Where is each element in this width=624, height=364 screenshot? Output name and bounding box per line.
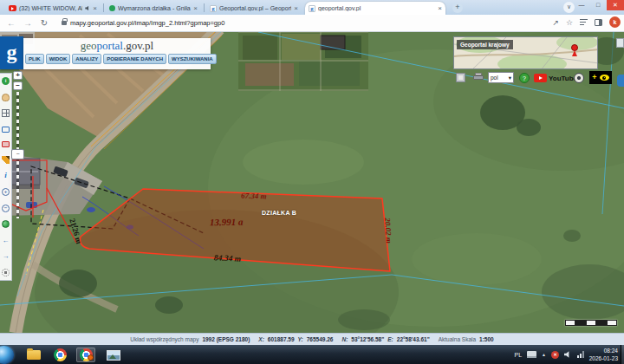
zoom-out-button[interactable]: − xyxy=(13,81,23,90)
start-button[interactable] xyxy=(0,346,14,364)
collapsed-panel-arrow[interactable] xyxy=(617,75,624,87)
tab-close-icon[interactable]: × xyxy=(93,4,97,12)
y-value: 765549.26 xyxy=(307,336,334,342)
taskbar-chrome-active-button[interactable] xyxy=(76,348,95,362)
action-center-alert-icon[interactable]: ✕ xyxy=(551,351,559,359)
tab-youtube[interactable]: (32) WHITE WIDOW, Aleshe × xyxy=(5,2,101,15)
map-window-red-icon[interactable] xyxy=(2,141,10,147)
info-icon[interactable]: i xyxy=(2,77,10,85)
url-text[interactable]: mapy.geoportal.gov.pl/imap/Imgp_2.html?g… xyxy=(70,19,224,27)
menu-widok[interactable]: WIDOK xyxy=(46,54,71,64)
window-maximize-button[interactable]: □ xyxy=(590,0,606,10)
geoportal-logo[interactable]: g xyxy=(0,36,23,69)
map-statusbar: Układ współrzędnych mapy 1992 (EPSG 2180… xyxy=(0,333,624,345)
zoom-slider-handle[interactable]: − xyxy=(11,149,24,159)
font-size-plus-icon[interactable]: + xyxy=(592,72,596,83)
zoom-in-lens-icon[interactable]: + xyxy=(2,188,10,196)
parcel-area-label: 13.991 a xyxy=(210,217,244,228)
browser-tabbar: (32) WHITE WIDOW, Aleshe × Wymarzona dzi… xyxy=(0,0,624,15)
overview-minimap[interactable]: Geoportal krajowy xyxy=(453,36,598,69)
reload-icon[interactable]: ↻ xyxy=(39,18,49,28)
language-select[interactable]: pol ▾ xyxy=(488,72,514,83)
tab-geoportal-info[interactable]: g Geoportal.gov.pl – Geoportal In × xyxy=(206,2,302,15)
brand-suffix: .gov.pl xyxy=(123,39,153,52)
window-close-button[interactable]: ✕ xyxy=(607,0,624,10)
network-signal-icon[interactable] xyxy=(577,351,584,358)
high-contrast-eye-icon[interactable] xyxy=(600,75,609,81)
system-tray: PL ▲ ✕ xyxy=(514,345,584,364)
map-window-blue-icon[interactable] xyxy=(2,127,10,133)
x-label: X: xyxy=(258,336,264,342)
taskbar-clock[interactable]: 08:24 2026-01-23 xyxy=(589,347,618,362)
zoom-in-button[interactable]: + xyxy=(13,71,23,80)
identify-icon[interactable]: i xyxy=(2,172,10,179)
side-panel-icon[interactable] xyxy=(595,19,602,26)
window-minimize-button[interactable]: — xyxy=(574,0,589,10)
e-label: E: xyxy=(387,336,393,342)
language-value: pol xyxy=(491,75,498,81)
https-lock-icon[interactable] xyxy=(62,21,67,25)
garden-plots xyxy=(238,32,368,91)
profile-avatar[interactable]: k xyxy=(609,16,621,28)
x-value: 601887.59 xyxy=(268,336,295,342)
parcel-side-top-label: 67.34 m xyxy=(241,191,267,200)
show-desktop-button[interactable] xyxy=(621,345,624,364)
menu-wyszukiwania[interactable]: WYSZUKIWANIA xyxy=(168,54,217,64)
volume-icon[interactable] xyxy=(564,351,572,359)
keyboard-icon[interactable] xyxy=(527,351,536,358)
clock-date: 2026-01-23 xyxy=(589,354,618,362)
collapsed-panel-tab[interactable] xyxy=(616,38,624,48)
n-label: N: xyxy=(341,336,348,342)
legend-grid-icon[interactable] xyxy=(2,109,10,117)
geoportal-header: geoportal.gov.pl PLIK WIDOK ANALIZY POBI… xyxy=(23,38,211,69)
back-icon[interactable]: ← xyxy=(6,18,16,28)
photo-viewer-icon xyxy=(107,350,120,361)
chrome-icon xyxy=(54,348,67,361)
zoom-out-lens-icon[interactable]: − xyxy=(2,205,10,212)
tab-separator xyxy=(103,3,104,12)
accessibility-contrast-box: + xyxy=(589,71,612,84)
print-icon[interactable] xyxy=(473,73,484,81)
tab-close-icon[interactable]: × xyxy=(438,4,442,12)
menu-plik[interactable]: PLIK xyxy=(25,54,44,64)
share-icon[interactable]: ↗ xyxy=(552,18,559,27)
tab-wymarzona-dzialka[interactable]: Wymarzona działka - Gniła - sp × xyxy=(106,2,201,15)
tab-close-icon[interactable]: × xyxy=(193,4,198,12)
tab-title: geoportal.gov.pl xyxy=(318,5,435,11)
tab-audio-icon[interactable] xyxy=(85,6,90,11)
bookmark-star-icon[interactable]: ☆ xyxy=(566,18,573,27)
taskbar-photos-button[interactable] xyxy=(104,348,123,362)
map-canvas[interactable]: 67.34 m 13.991 a DZIAŁKA B 84.34 m 20.02… xyxy=(0,32,624,333)
next-view-icon[interactable]: → xyxy=(2,252,10,260)
parcel-side-right-label: 20.02 m xyxy=(383,218,393,244)
new-tab-button[interactable]: + xyxy=(452,3,463,13)
full-extent-globe-icon[interactable] xyxy=(2,220,10,228)
settings-gear-icon[interactable] xyxy=(2,269,10,276)
youtube-link[interactable]: YouTube xyxy=(534,74,577,82)
camera-button[interactable] xyxy=(574,73,584,83)
panel-icon[interactable] xyxy=(456,73,465,82)
tab-close-icon[interactable]: × xyxy=(294,4,298,12)
geoportal-favicon-icon: g xyxy=(210,5,217,12)
taskbar-chrome-button[interactable] xyxy=(50,348,69,362)
help-button[interactable]: ? xyxy=(519,73,530,83)
reading-list-icon[interactable] xyxy=(580,19,588,26)
map-scalebar xyxy=(565,320,617,326)
previous-view-icon[interactable]: ← xyxy=(2,237,10,244)
youtube-favicon-icon xyxy=(9,5,16,11)
forward-icon[interactable]: → xyxy=(23,18,33,28)
pan-hand-icon[interactable] xyxy=(2,94,10,101)
e-value: 22°58'43.61" xyxy=(397,336,430,342)
map-toolbar: i i + − ← → xyxy=(0,73,12,281)
aerial-map[interactable] xyxy=(0,32,624,333)
minimap-marker-icon xyxy=(572,45,578,51)
tab-geoportal-active[interactable]: g geoportal.gov.pl × xyxy=(305,2,445,15)
language-indicator[interactable]: PL xyxy=(514,352,522,358)
tray-expand-icon[interactable]: ▲ xyxy=(542,352,546,357)
menu-analizy[interactable]: ANALIZY xyxy=(72,54,101,64)
measure-pencil-icon[interactable] xyxy=(2,156,10,164)
geoportal-favicon-icon: g xyxy=(309,5,315,12)
menu-pobieranie-danych[interactable]: POBIERANIE DANYCH xyxy=(103,54,166,64)
parcel-side-bottom-label: 84.34 m xyxy=(214,253,242,263)
taskbar-explorer-button[interactable] xyxy=(24,348,43,362)
